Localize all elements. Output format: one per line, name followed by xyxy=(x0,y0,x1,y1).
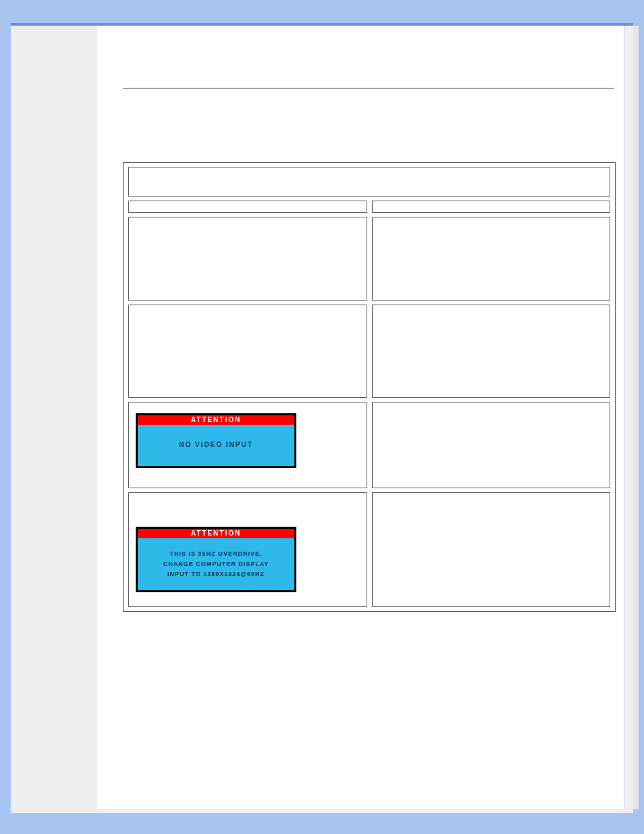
osd-title: ATTENTION xyxy=(138,415,294,425)
scrollbar-track[interactable] xyxy=(633,26,639,809)
table-row xyxy=(372,217,611,301)
osd-spacer xyxy=(133,497,363,520)
page-frame: ATTENTION NO VIDEO INPUT ATTENTION THIS … xyxy=(0,0,644,834)
table-col-header-left xyxy=(128,201,367,213)
table-header-row xyxy=(128,167,610,197)
osd-attention-no-video: ATTENTION NO VIDEO INPUT xyxy=(136,413,296,468)
table-row xyxy=(372,305,611,398)
table-col-header-right xyxy=(372,201,611,213)
table-row xyxy=(372,402,611,488)
osd-message: NO VIDEO INPUT xyxy=(138,425,294,466)
osd-line: THIS IS 85HZ OVERDRIVE, xyxy=(143,549,289,559)
table-cell-osd-no-video: ATTENTION NO VIDEO INPUT xyxy=(128,402,367,488)
table-row xyxy=(128,305,367,398)
osd-line: CHANGE COMPUTER DISPLAY xyxy=(143,559,289,569)
table-cell-osd-overdrive: ATTENTION THIS IS 85HZ OVERDRIVE, CHANGE… xyxy=(128,492,367,607)
osd-title: ATTENTION xyxy=(138,529,294,538)
osd-line: INPUT TO 1280X1024@60HZ xyxy=(143,569,289,579)
document-page: ATTENTION NO VIDEO INPUT ATTENTION THIS … xyxy=(97,26,624,809)
horizontal-rule xyxy=(123,88,614,88)
troubleshooting-table-wrapper: ATTENTION NO VIDEO INPUT ATTENTION THIS … xyxy=(123,162,616,612)
troubleshooting-table: ATTENTION NO VIDEO INPUT ATTENTION THIS … xyxy=(123,162,616,612)
table-row xyxy=(128,217,367,301)
osd-attention-overdrive: ATTENTION THIS IS 85HZ OVERDRIVE, CHANGE… xyxy=(136,527,296,592)
osd-message-multiline: THIS IS 85HZ OVERDRIVE, CHANGE COMPUTER … xyxy=(138,538,294,590)
table-row xyxy=(372,492,611,607)
